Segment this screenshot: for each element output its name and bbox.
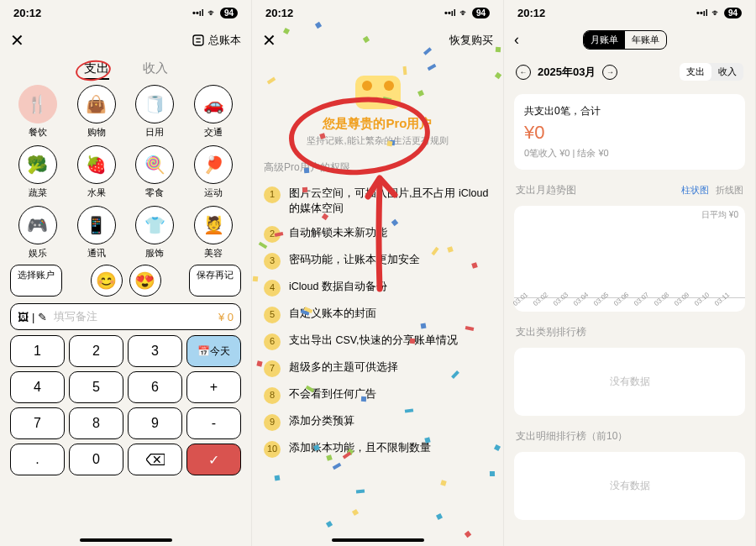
perk-number: 4 — [264, 280, 281, 297]
tab-expense[interactable]: 支出 — [84, 60, 109, 76]
xaxis-tick: 03.02 — [532, 289, 552, 307]
category-food[interactable]: 🍴餐饮 — [10, 85, 66, 139]
perk-text: 超级多的主题可供选择 — [289, 360, 398, 375]
comm-icon: 📱 — [77, 206, 116, 244]
perk-item: 6支出导出 CSV,快速的分享账单情况 — [252, 328, 503, 355]
key-+[interactable]: + — [186, 371, 241, 403]
key-9[interactable]: 9 — [128, 407, 182, 439]
perk-item: 5自定义账本的封面 — [252, 302, 503, 328]
category-shop[interactable]: 👜购物 — [69, 85, 124, 139]
key-6[interactable]: 6 — [128, 371, 182, 403]
category-label: 日用 — [145, 126, 164, 139]
key-.[interactable]: . — [10, 444, 65, 475]
category-fruit[interactable]: 🍓水果 — [69, 145, 124, 199]
category-label: 购物 — [87, 126, 106, 139]
perk-text: 自动解锁未来新功能 — [289, 226, 387, 241]
summary-card: 共支出0笔，合计 ¥0 0笔收入 ¥0 | 结余 ¥0 — [514, 94, 745, 170]
perk-number: 10 — [264, 441, 281, 458]
key-confirm[interactable]: ✓ — [186, 444, 241, 475]
screen-pro: 20:12 ••ıl ᯤ 94 ✕ 恢复购买 您是尊贵的Pro用户 坚持记账,能… — [252, 0, 504, 546]
month-row: ← 2025年03月 → 支出 收入 — [504, 55, 755, 89]
food-icon: 🍴 — [18, 85, 57, 123]
seg2-income[interactable]: 收入 — [711, 63, 743, 81]
perks-list: 1图片云空间，可插入图片,且不占用 iCloud的媒体空间2自动解锁未来新功能3… — [252, 181, 503, 463]
snack-icon: 🍭 — [135, 145, 174, 184]
perk-number: 5 — [264, 307, 281, 323]
ledger-switch[interactable]: 总账本 — [192, 33, 241, 48]
rank1-card: 没有数据 — [514, 348, 745, 416]
month-label[interactable]: 2025年03月 — [538, 65, 596, 80]
key-0[interactable]: 0 — [69, 444, 123, 475]
category-extra[interactable]: 😍 — [129, 265, 161, 297]
rank2-card: 没有数据 — [514, 452, 745, 520]
perk-text: 添加分类预算 — [289, 414, 354, 429]
beauty-icon: 💆 — [194, 206, 233, 244]
amount-display: ¥ 0 — [218, 311, 234, 323]
restore-purchase-button[interactable]: 恢复购买 — [449, 33, 493, 48]
status-bar: 20:12 ••ıl ᯤ 94 — [504, 0, 755, 25]
category-veg[interactable]: 🥦蔬菜 — [10, 145, 66, 199]
back-icon[interactable]: ‹ — [514, 31, 519, 49]
key-today[interactable]: 📅今天 — [186, 335, 241, 367]
key--[interactable]: - — [186, 407, 241, 439]
note-row[interactable]: 🖼 | ✎ 填写备注 ¥ 0 — [10, 303, 241, 330]
xaxis-tick: 03.08 — [653, 289, 673, 307]
key-7[interactable]: 7 — [10, 407, 65, 439]
chart-bar-option[interactable]: 柱状图 — [681, 184, 709, 197]
category-snack[interactable]: 🍭零食 — [128, 145, 183, 199]
key-3[interactable]: 3 — [128, 335, 182, 367]
select-account-button[interactable]: 选择账户 — [10, 265, 62, 297]
key-8[interactable]: 8 — [69, 407, 123, 439]
top-bar: ‹ 月账单 年账单 — [504, 25, 755, 55]
chart-avg: 日平均 ¥0 — [701, 209, 738, 221]
category-beauty[interactable]: 💆美容 — [186, 206, 241, 260]
chart-line-option[interactable]: 折线图 — [716, 184, 743, 197]
perks-header: 高级Pro用户的权限 — [252, 147, 503, 181]
top-bar: ✕ 恢复购买 — [252, 25, 503, 55]
note-placeholder: 填写备注 — [54, 309, 218, 324]
seg2-expense[interactable]: 支出 — [680, 63, 711, 81]
status-bar: 20:12 ••ıl ᯤ 94 — [252, 0, 503, 25]
seg-month[interactable]: 月账单 — [584, 31, 625, 49]
status-bar: 20:12 ••ıl ᯤ 94 — [0, 0, 251, 25]
svg-rect-0 — [193, 35, 203, 45]
perk-item: 8不会看到任何广告 — [252, 382, 503, 409]
prev-month-button[interactable]: ← — [516, 65, 531, 80]
key-5[interactable]: 5 — [69, 371, 123, 403]
category-transport[interactable]: 🚗交通 — [186, 85, 241, 139]
type-segment[interactable]: 支出 收入 — [680, 63, 743, 81]
category-daily[interactable]: 🧻日用 — [128, 85, 183, 139]
perk-text: 添加账本功能，且不限制数量 — [289, 441, 431, 456]
category-label: 水果 — [87, 186, 106, 199]
save-again-button[interactable]: 保存再记 — [189, 265, 241, 297]
perk-number: 1 — [264, 186, 281, 203]
close-icon[interactable]: ✕ — [10, 30, 24, 50]
category-fun[interactable]: 🎮娱乐 — [10, 206, 66, 260]
category-extra[interactable]: 😊 — [91, 265, 123, 297]
perk-item: 4iCloud 数据自动备份 — [252, 275, 503, 302]
summary-line1: 共支出0笔，合计 — [524, 104, 735, 118]
tab-income[interactable]: 收入 — [143, 60, 168, 76]
home-indicator — [80, 538, 172, 542]
home-indicator — [332, 538, 424, 542]
pencil-icon[interactable]: ✎ — [38, 311, 47, 323]
category-clothes[interactable]: 👕服饰 — [128, 206, 183, 260]
key-2[interactable]: 2 — [69, 335, 123, 367]
key-delete[interactable] — [128, 444, 182, 475]
bill-segment[interactable]: 月账单 年账单 — [583, 30, 667, 50]
nodata-label: 没有数据 — [524, 358, 735, 406]
summary-line2: 0笔收入 ¥0 | 结余 ¥0 — [524, 147, 735, 160]
xaxis-tick: 03.01 — [512, 289, 532, 307]
seg-year[interactable]: 年账单 — [625, 31, 666, 49]
category-sport[interactable]: 🏓运动 — [186, 145, 241, 199]
status-time: 20:12 — [13, 7, 41, 19]
category-comm[interactable]: 📱通讯 — [69, 206, 124, 260]
key-1[interactable]: 1 — [10, 335, 65, 367]
keypad: 123📅今天456+789-.0✓ — [0, 335, 251, 475]
image-icon[interactable]: 🖼 — [18, 311, 29, 323]
next-month-button[interactable]: → — [602, 65, 617, 80]
close-icon[interactable]: ✕ — [262, 30, 276, 50]
key-4[interactable]: 4 — [10, 371, 65, 403]
perk-text: 图片云空间，可插入图片,且不占用 iCloud的媒体空间 — [289, 186, 491, 216]
perk-item: 7超级多的主题可供选择 — [252, 355, 503, 382]
